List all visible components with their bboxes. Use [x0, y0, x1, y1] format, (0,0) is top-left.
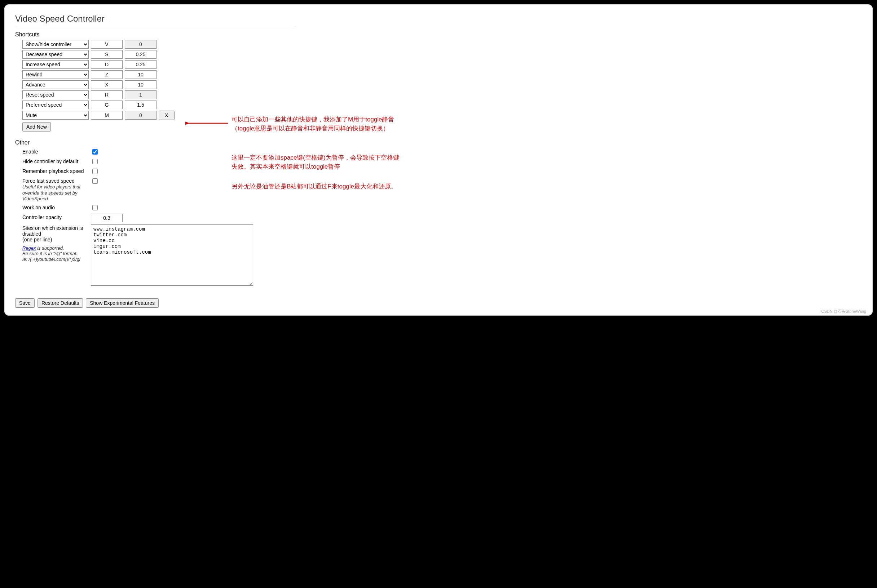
bottom-button-bar: Save Restore Defaults Show Experimental … [15, 298, 159, 308]
hide-default-label: Hide controller by default [23, 158, 91, 164]
regex-link[interactable]: Regex [23, 245, 36, 251]
settings-panel: Video Speed Controller Shortcuts Show/hi… [5, 5, 872, 315]
opacity-input[interactable] [91, 214, 123, 222]
annotation-2: 这里一定不要添加space键(空格键)为暂停，会导致按下空格键 失效。其实本来空… [232, 153, 399, 171]
divider [15, 26, 296, 26]
key-input[interactable] [91, 40, 123, 49]
sites-sub: (one per line) [23, 237, 52, 243]
add-new-button[interactable]: Add New [23, 122, 51, 132]
enable-checkbox[interactable] [92, 149, 98, 154]
restore-defaults-button[interactable]: Restore Defaults [38, 298, 83, 308]
key-input[interactable] [91, 70, 123, 79]
action-select[interactable]: Rewind [23, 70, 89, 79]
work-audio-checkbox[interactable] [92, 205, 98, 210]
value-input[interactable] [125, 60, 156, 69]
other-settings: Enable Hide controller by default Rememb… [23, 148, 862, 286]
key-input[interactable] [91, 80, 123, 89]
action-select[interactable]: Decrease speed [23, 50, 89, 59]
shortcut-row: MuteX [23, 111, 862, 120]
other-header: Other [15, 140, 862, 146]
action-select[interactable]: Increase speed [23, 60, 89, 69]
action-select[interactable]: Show/hide controller [23, 40, 89, 49]
value-input [125, 111, 156, 120]
work-audio-label: Work on audio [23, 204, 91, 210]
value-input [125, 90, 156, 99]
key-input[interactable] [91, 100, 123, 109]
enable-label: Enable [23, 148, 91, 154]
value-input[interactable] [125, 80, 156, 89]
shortcut-row: Show/hide controller [23, 40, 862, 49]
force-last-sub: Useful for video players that override t… [23, 184, 80, 201]
hide-default-checkbox[interactable] [92, 159, 98, 164]
regex-note: Regex is supported. Be sure it is in "//… [23, 245, 91, 262]
shortcut-row: Reset speed [23, 90, 862, 99]
force-last-label-text: Force last saved speed [23, 178, 75, 184]
key-input[interactable] [91, 111, 123, 120]
value-input[interactable] [125, 70, 156, 79]
sites-label: Sites on which extension is disabled [23, 225, 83, 237]
key-input[interactable] [91, 90, 123, 99]
remove-shortcut-button[interactable]: X [159, 111, 174, 120]
value-input[interactable] [125, 50, 156, 59]
shortcut-row: Rewind [23, 70, 862, 79]
page-title: Video Speed Controller [15, 14, 862, 24]
key-input[interactable] [91, 60, 123, 69]
value-input [125, 40, 156, 49]
action-select[interactable]: Preferred speed [23, 100, 89, 109]
shortcut-row: Preferred speed [23, 100, 862, 109]
shortcuts-list: Show/hide controllerDecrease speedIncrea… [23, 40, 862, 120]
sites-label-block: Sites on which extension is disabled (on… [23, 225, 91, 262]
opacity-label: Controller opacity [23, 214, 91, 220]
action-select[interactable]: Advance [23, 80, 89, 89]
annotation-3: 另外无论是油管还是B站都可以通过F来toggle最大化和还原。 [232, 182, 397, 191]
action-select[interactable]: Mute [23, 111, 89, 120]
force-last-label: Force last saved speed Useful for video … [23, 177, 91, 202]
watermark: CSDN @石头StoneWang [821, 309, 866, 314]
remember-speed-label: Remember playback speed [23, 168, 91, 174]
save-button[interactable]: Save [15, 298, 35, 308]
experimental-features-button[interactable]: Show Experimental Features [86, 298, 159, 308]
remember-speed-checkbox[interactable] [92, 169, 98, 174]
annotation-arrow-icon [185, 119, 229, 128]
shortcuts-header: Shortcuts [15, 32, 862, 38]
action-select[interactable]: Reset speed [23, 90, 89, 99]
value-input[interactable] [125, 100, 156, 109]
sites-textarea[interactable] [91, 225, 253, 286]
shortcut-row: Advance [23, 80, 862, 89]
shortcut-row: Decrease speed [23, 50, 862, 59]
shortcut-row: Increase speed [23, 60, 862, 69]
key-input[interactable] [91, 50, 123, 59]
annotation-1: 可以自己添加一些其他的快捷键，我添加了M用于toggle静音 （toggle意思… [232, 115, 394, 133]
force-last-checkbox[interactable] [92, 178, 98, 184]
